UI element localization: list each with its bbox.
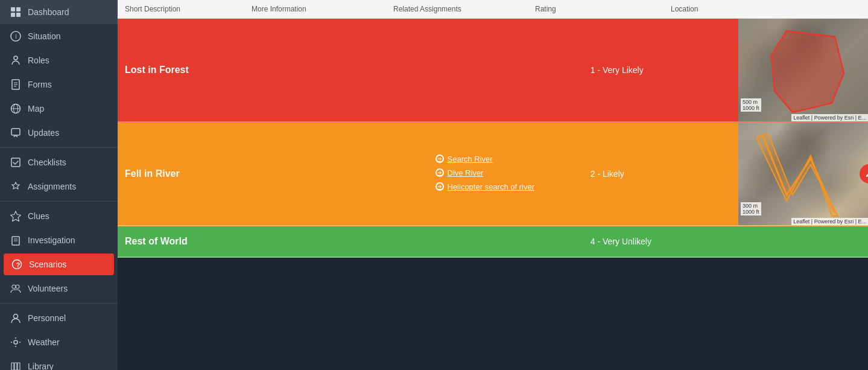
sidebar-label-investigation: Investigation xyxy=(28,235,75,245)
sidebar-item-map[interactable]: Map xyxy=(0,97,118,121)
row1-location-map[interactable]: 500 m1000 ft Leaflet | Powered by Esri |… xyxy=(738,19,868,121)
svg-rect-0 xyxy=(11,7,15,11)
table-header: Short Description More Information Relat… xyxy=(118,0,868,19)
row3-assignments xyxy=(428,226,583,257)
sidebar-label-roles: Roles xyxy=(28,56,49,65)
svg-rect-14 xyxy=(11,129,20,135)
assignment-arrow-1: ➔ xyxy=(436,155,444,163)
row1-rating-text: 1 - Very Likely xyxy=(591,65,644,75)
scenario-row-rest-of-world: Rest of World 4 - Very Unlikely xyxy=(118,226,868,258)
svg-text:?: ? xyxy=(16,261,21,269)
sidebar-item-checklists[interactable]: Checklists xyxy=(0,150,118,174)
sidebar-item-clues[interactable]: Clues xyxy=(0,204,118,228)
sidebar-label-clues: Clues xyxy=(28,211,49,221)
volunteers-icon xyxy=(10,282,22,295)
sidebar-item-volunteers[interactable]: Volunteers xyxy=(0,276,118,301)
sidebar-item-scenarios[interactable]: ? Scenarios xyxy=(4,254,114,275)
assignment-link-search-river[interactable]: ➔ Search River xyxy=(436,155,493,164)
scenario-row-lost-in-forest: Lost in Forest 1 - Very Likely 500 m1000… xyxy=(118,19,868,123)
header-short-description: Short Description xyxy=(118,5,244,13)
info-icon: i xyxy=(10,30,22,42)
scenarios-icon: ? xyxy=(11,258,23,270)
svg-text:i: i xyxy=(16,33,17,40)
svg-point-22 xyxy=(12,285,16,289)
assignment-label-dive-river: Dive River xyxy=(448,168,484,177)
assignment-link-dive-river[interactable]: ➔ Dive River xyxy=(436,168,484,177)
roles-icon xyxy=(10,54,22,66)
assignment-label-helicopter: Helicopter search of river xyxy=(448,182,535,191)
svg-point-25 xyxy=(14,340,17,344)
assignment-label-search-river: Search River xyxy=(448,155,493,164)
sidebar-item-updates[interactable]: Updates xyxy=(0,121,118,145)
row3-rating: 4 - Very Unlikely xyxy=(583,226,738,257)
row1-map-scale: 500 m1000 ft xyxy=(741,98,761,112)
row1-assignments xyxy=(428,19,583,121)
sidebar-item-situation[interactable]: i Situation xyxy=(0,24,118,48)
checklists-icon xyxy=(10,156,22,168)
sidebar-label-personnel: Personnel xyxy=(28,313,66,323)
sidebar-label-library: Library xyxy=(28,362,54,370)
scenario-row-fell-in-river: Fell in River ➔ Search River ➔ Dive Rive… xyxy=(118,123,868,226)
row2-map-attribution: Leaflet | Powered by Esri | E... xyxy=(791,218,868,225)
clues-icon xyxy=(10,210,22,222)
sidebar-label-scenarios: Scenarios xyxy=(29,260,66,269)
weather-icon xyxy=(10,336,22,348)
sidebar-item-forms[interactable]: Forms xyxy=(0,72,118,97)
svg-point-23 xyxy=(16,285,19,289)
svg-marker-36 xyxy=(756,135,838,216)
sidebar-item-weather[interactable]: Weather xyxy=(0,330,118,354)
investigation-icon xyxy=(10,234,22,246)
header-more-information: More Information xyxy=(244,5,386,13)
sidebar-label-updates: Updates xyxy=(28,128,59,138)
row3-rating-text: 4 - Very Unlikely xyxy=(591,237,651,246)
svg-point-6 xyxy=(14,56,17,60)
sidebar-label-volunteers: Volunteers xyxy=(28,284,68,293)
assignments-icon xyxy=(10,180,22,193)
svg-marker-16 xyxy=(11,211,21,222)
svg-point-24 xyxy=(14,314,18,319)
row2-location-map[interactable]: 300 m1000 ft Leaflet | Powered by Esri |… xyxy=(738,123,868,225)
assignment-arrow-3: ➔ xyxy=(436,182,444,191)
row2-map-scale: 300 m1000 ft xyxy=(741,202,761,215)
svg-rect-30 xyxy=(11,363,14,370)
svg-rect-31 xyxy=(14,363,17,370)
svg-rect-3 xyxy=(16,13,21,17)
header-rating: Rating xyxy=(528,5,664,13)
sidebar-label-dashboard: Dashboard xyxy=(28,7,69,17)
sidebar-item-investigation[interactable]: Investigation xyxy=(0,228,118,252)
header-location: Location xyxy=(664,5,868,13)
sidebar-label-forms: Forms xyxy=(28,80,52,89)
personnel-icon xyxy=(10,312,22,324)
assignment-link-helicopter[interactable]: ➔ Helicopter search of river xyxy=(436,182,535,191)
row2-short-description: Fell in River xyxy=(118,123,273,225)
row1-rating: 1 - Very Likely xyxy=(583,19,738,121)
sidebar-item-roles[interactable]: Roles xyxy=(0,48,118,72)
sidebar-item-dashboard[interactable]: Dashboard xyxy=(0,0,118,24)
sidebar-label-checklists: Checklists xyxy=(28,158,66,167)
row2-more-info xyxy=(273,123,428,225)
row3-location xyxy=(738,226,868,257)
sidebar-item-personnel[interactable]: Personnel xyxy=(0,306,118,330)
assignment-arrow-2: ➔ xyxy=(436,168,444,177)
svg-rect-15 xyxy=(11,158,20,167)
sidebar-label-situation: Situation xyxy=(28,31,60,41)
sidebar-item-library[interactable]: Library xyxy=(0,354,118,370)
sidebar-label-weather: Weather xyxy=(28,337,60,347)
header-related-assignments: Related Assignments xyxy=(386,5,528,13)
sidebar-label-map: Map xyxy=(28,104,44,113)
map-icon xyxy=(10,103,22,115)
sidebar-item-assignments[interactable]: Assignments xyxy=(0,174,118,199)
row2-title: Fell in River xyxy=(125,168,180,179)
updates-icon xyxy=(10,127,22,139)
svg-rect-2 xyxy=(11,13,15,17)
row1-more-info xyxy=(273,19,428,121)
sidebar: Dashboard i Situation Roles Forms Map Up… xyxy=(0,0,118,370)
row1-map-attribution: Leaflet | Powered by Esri | E... xyxy=(791,114,868,121)
row1-short-description: Lost in Forest xyxy=(118,19,273,121)
row1-title: Lost in Forest xyxy=(125,65,189,75)
row3-title: Rest of World xyxy=(125,236,188,247)
row2-assignments: ➔ Search River ➔ Dive River ➔ Helicopter… xyxy=(428,123,583,225)
forms-icon xyxy=(10,78,22,91)
svg-rect-1 xyxy=(16,7,21,11)
row2-rating: 2 - Likely xyxy=(583,123,738,225)
